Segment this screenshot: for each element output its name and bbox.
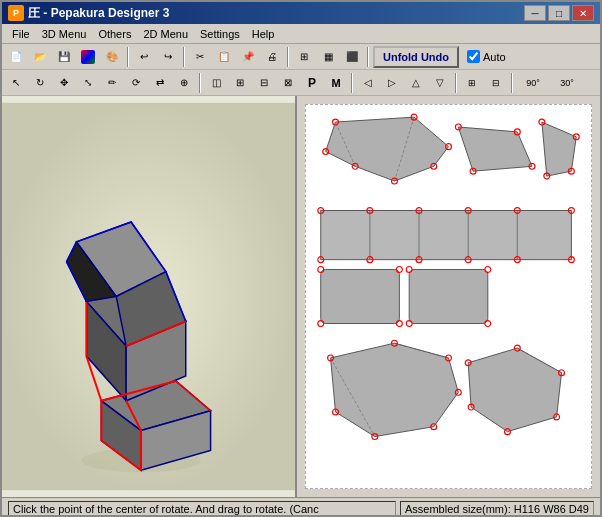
menu-3d[interactable]: 3D Menu [36, 26, 93, 42]
zoom-fit-button[interactable]: ⊞ [293, 46, 315, 68]
svg-rect-63 [409, 269, 488, 323]
zoom-in-button[interactable]: ⊞ [461, 72, 483, 94]
3d-view-panel[interactable] [2, 96, 297, 497]
select-button[interactable]: ↖ [5, 72, 27, 94]
join-button[interactable]: ⊟ [253, 72, 275, 94]
open-icon: 📂 [32, 49, 48, 65]
zoom-out-icon: ⊟ [488, 75, 504, 91]
close-button[interactable]: ✕ [572, 5, 594, 21]
svg-rect-41 [321, 211, 572, 260]
toolbar-row-2: ↖ ↻ ✥ ⤡ ✏ ⟳ ⇄ ⊕ ◫ ⊞ ⊟ ⊠ P M ◁ ▷ △ [2, 70, 600, 96]
texture-icon: 🎨 [104, 49, 120, 65]
rotate-button[interactable]: ↻ [29, 72, 51, 94]
svg-point-67 [485, 321, 491, 327]
edge-icon: ◫ [208, 75, 224, 91]
menu-bar: File 3D Menu Others 2D Menu Settings Hel… [2, 24, 600, 44]
pen-icon: ✏ [104, 75, 120, 91]
print-button[interactable]: 🖨 [261, 46, 283, 68]
zoom-out-button[interactable]: ⊟ [485, 72, 507, 94]
fold-button[interactable]: ⟳ [125, 72, 147, 94]
menu-settings[interactable]: Settings [194, 26, 246, 42]
pen-button[interactable]: ✏ [101, 72, 123, 94]
auto-checkbox[interactable] [467, 50, 480, 63]
svg-point-65 [485, 267, 491, 273]
print-icon: 🖨 [264, 49, 280, 65]
texture-button[interactable]: 🎨 [101, 46, 123, 68]
cut-icon: ✂ [192, 49, 208, 65]
separator-5 [199, 73, 201, 93]
down-icon: ▽ [432, 75, 448, 91]
menu-others[interactable]: Others [92, 26, 137, 42]
cut-button[interactable]: ✂ [189, 46, 211, 68]
window-split-icon: ⬛ [344, 49, 360, 65]
grid-button[interactable]: ⊞ [229, 72, 251, 94]
save-button[interactable]: 💾 [53, 46, 75, 68]
flip-button[interactable]: ⇄ [149, 72, 171, 94]
redo-icon: ↪ [160, 49, 176, 65]
split-line-button[interactable]: ⊠ [277, 72, 299, 94]
undo-button[interactable]: ↩ [133, 46, 155, 68]
move-button[interactable]: ✥ [53, 72, 75, 94]
back-button[interactable]: ◁ [357, 72, 379, 94]
svg-marker-21 [326, 117, 449, 181]
edge-button[interactable]: ◫ [205, 72, 227, 94]
menu-file[interactable]: File [6, 26, 36, 42]
3d-model-svg [2, 96, 295, 497]
up-icon: △ [408, 75, 424, 91]
p-button[interactable]: P [301, 72, 323, 94]
status-right-text: Assembled size(mm): H116 W86 D49 [405, 503, 589, 515]
color-button[interactable] [77, 46, 99, 68]
down-button[interactable]: ▽ [429, 72, 451, 94]
m-icon: M [328, 75, 344, 91]
svg-marker-78 [468, 348, 561, 432]
toolbar-row-1: 📄 📂 💾 🎨 ↩ ↪ ✂ 📋 📌 🖨 ⊞ ▦ ⬛ Unfold Undo [2, 44, 600, 70]
status-bar: Click the point of the center of rotate.… [2, 497, 600, 517]
fwd-icon: ▷ [384, 75, 400, 91]
open-button[interactable]: 📂 [29, 46, 51, 68]
select-icon: ↖ [8, 75, 24, 91]
separator-7 [455, 73, 457, 93]
grid-icon: ⊞ [232, 75, 248, 91]
paper-area [305, 104, 592, 489]
fwd-button[interactable]: ▷ [381, 72, 403, 94]
menu-help[interactable]: Help [246, 26, 281, 42]
2d-unfold-svg [306, 105, 591, 488]
menu-2d[interactable]: 2D Menu [137, 26, 194, 42]
angle2-icon: 30° [553, 75, 581, 91]
new-icon: 📄 [8, 49, 24, 65]
angle2-button[interactable]: 30° [551, 72, 583, 94]
display-button[interactable]: ▦ [317, 46, 339, 68]
copy-button[interactable]: 📋 [213, 46, 235, 68]
move-icon: ✥ [56, 75, 72, 91]
2d-view-panel[interactable] [297, 96, 600, 497]
minimize-button[interactable]: ─ [524, 5, 546, 21]
new-button[interactable]: 📄 [5, 46, 27, 68]
copy-icon: 📋 [216, 49, 232, 65]
snap-button[interactable]: ⊕ [173, 72, 195, 94]
window-split-button[interactable]: ⬛ [341, 46, 363, 68]
paste-icon: 📌 [240, 49, 256, 65]
color-icon [81, 50, 95, 64]
split-line-icon: ⊠ [280, 75, 296, 91]
m-button[interactable]: M [325, 72, 347, 94]
display-icon: ▦ [320, 49, 336, 65]
zoom-fit-icon: ⊞ [296, 49, 312, 65]
unfold-undo-button[interactable]: Unfold Undo [373, 46, 459, 68]
angle-button[interactable]: 90° [517, 72, 549, 94]
title-bar: P 圧 - Pepakura Designer 3 ─ □ ✕ [2, 2, 600, 24]
app-icon: P [8, 5, 24, 21]
window-title: 圧 - Pepakura Designer 3 [28, 5, 522, 22]
separator-6 [351, 73, 353, 93]
svg-point-62 [396, 321, 402, 327]
svg-point-59 [318, 267, 324, 273]
scale-button[interactable]: ⤡ [77, 72, 99, 94]
scale-icon: ⤡ [80, 75, 96, 91]
up-button[interactable]: △ [405, 72, 427, 94]
separator-3 [287, 47, 289, 67]
svg-point-66 [406, 321, 412, 327]
redo-button[interactable]: ↪ [157, 46, 179, 68]
separator-1 [127, 47, 129, 67]
paste-button[interactable]: 📌 [237, 46, 259, 68]
maximize-button[interactable]: □ [548, 5, 570, 21]
p-icon: P [304, 75, 320, 91]
